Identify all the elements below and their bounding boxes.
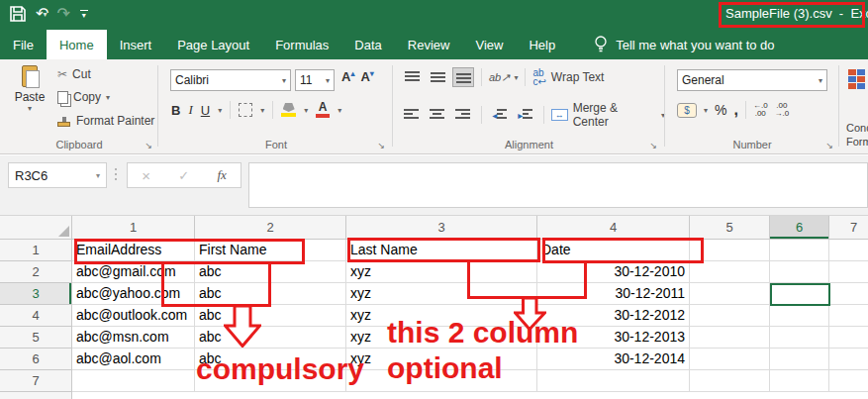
column-header-7[interactable]: 7 — [829, 216, 868, 240]
tab-home[interactable]: Home — [47, 30, 107, 59]
wrap-text-button[interactable]: abc↩ Wrap Text — [532, 68, 604, 86]
cell[interactable]: abc@msn.com — [72, 327, 195, 349]
insert-function-icon[interactable]: fx — [217, 167, 226, 183]
decrease-indent-button[interactable]: ◂ — [489, 105, 511, 125]
cell[interactable] — [690, 283, 770, 305]
cell[interactable]: xyz — [346, 305, 537, 327]
clipboard-dialog-launcher-icon[interactable]: ↘ — [145, 141, 152, 150]
column-header-4[interactable]: 4 — [537, 216, 690, 240]
increase-indent-button[interactable]: ▸ — [515, 105, 536, 125]
cell[interactable] — [770, 305, 829, 327]
row-header-6[interactable]: 6 — [0, 349, 72, 370]
cell[interactable]: 30-12-2014 — [537, 349, 690, 370]
formula-bar-resize-handle[interactable] — [115, 168, 117, 170]
cell[interactable] — [829, 305, 868, 327]
alignment-dialog-launcher-icon[interactable]: ↘ — [649, 141, 657, 150]
cell[interactable]: 30-12-2013 — [537, 327, 690, 349]
cell[interactable]: abc — [195, 349, 346, 370]
undo-dropdown-icon[interactable]: ▾ — [43, 10, 47, 19]
row-header-7[interactable]: 7 — [0, 370, 72, 392]
cell[interactable] — [829, 370, 868, 392]
cell[interactable] — [690, 370, 770, 392]
save-icon[interactable] — [10, 6, 26, 22]
cell[interactable] — [537, 370, 690, 392]
number-format-dropdown-icon[interactable]: ▾ — [819, 76, 822, 85]
percent-style-button[interactable]: % — [715, 102, 726, 118]
conditional-formatting-icon[interactable] — [848, 69, 865, 89]
middle-align-button[interactable] — [427, 67, 448, 87]
paste-button[interactable]: Paste ▾ — [8, 65, 51, 113]
accounting-dropdown-icon[interactable]: ▾ — [704, 106, 708, 115]
font-family-dropdown-icon[interactable]: ▾ — [282, 76, 286, 85]
column-header-1[interactable]: 1 — [72, 216, 195, 240]
paste-dropdown-icon[interactable]: ▾ — [8, 104, 51, 113]
borders-icon[interactable] — [239, 103, 252, 117]
copy-button[interactable]: Copy ▾ — [57, 90, 110, 104]
decrease-font-size-button[interactable]: A▾ — [360, 69, 373, 84]
cut-button[interactable]: ✂ Cut — [57, 67, 91, 81]
cell[interactable] — [770, 327, 829, 349]
customize-qat-icon[interactable]: ▾ — [80, 10, 88, 18]
cell[interactable]: abc@yahoo.com — [72, 283, 195, 305]
tab-view[interactable]: View — [462, 30, 516, 59]
cell[interactable] — [770, 349, 829, 370]
row-header-8-partial[interactable] — [0, 392, 72, 399]
font-size-dropdown-icon[interactable]: ▾ — [326, 76, 330, 85]
cell[interactable] — [690, 305, 770, 327]
cell[interactable]: 30-12-2011 — [537, 283, 690, 305]
cell[interactable] — [770, 240, 829, 261]
tab-file[interactable]: File — [0, 30, 47, 59]
row-header-3[interactable]: 3 — [0, 283, 72, 305]
cell[interactable]: xyz — [346, 349, 537, 370]
decrease-decimal-icon[interactable]: .00→.0 — [775, 102, 790, 118]
cell[interactable]: 30-12-2012 — [537, 305, 690, 327]
font-color-dropdown-icon[interactable]: ▾ — [338, 106, 341, 115]
underline-dropdown-icon[interactable]: ▾ — [218, 106, 222, 115]
merge-center-button[interactable]: ↔ Merge & Center ▾ — [551, 101, 665, 129]
column-header-6[interactable]: 6 — [770, 216, 829, 240]
row-header-5[interactable]: 5 — [0, 327, 72, 349]
number-dialog-launcher-icon[interactable]: ↘ — [825, 141, 833, 150]
row-header-2[interactable]: 2 — [0, 261, 72, 283]
formula-input[interactable] — [248, 162, 868, 208]
cell[interactable] — [690, 261, 770, 283]
cell[interactable] — [195, 370, 346, 392]
orientation-button[interactable]: ab↗ — [489, 71, 510, 84]
copy-dropdown-icon[interactable]: ▾ — [106, 93, 110, 102]
cell[interactable]: xyz — [346, 327, 537, 349]
cell[interactable]: EmailAddress — [72, 240, 195, 261]
italic-button[interactable]: I — [188, 102, 192, 118]
fill-color-icon[interactable] — [281, 103, 296, 117]
cell[interactable] — [690, 349, 770, 370]
tab-page-layout[interactable]: Page Layout — [164, 30, 262, 59]
active-cell-outline[interactable] — [770, 283, 830, 306]
cell[interactable] — [829, 349, 868, 370]
cell[interactable]: Last Name — [346, 240, 537, 261]
cell[interactable]: First Name — [195, 240, 346, 261]
cell[interactable]: abc@aol.com — [72, 349, 195, 370]
cell[interactable]: abc@outlook.com — [72, 305, 195, 327]
cell[interactable] — [829, 240, 868, 261]
bold-button[interactable]: B — [171, 103, 180, 118]
cell[interactable]: abc — [195, 327, 346, 349]
tab-insert[interactable]: Insert — [107, 30, 165, 59]
font-family-select[interactable]: Calibri▾ — [170, 69, 291, 91]
cell[interactable] — [770, 370, 829, 392]
cell[interactable] — [829, 261, 868, 283]
cell[interactable]: xyz — [346, 261, 537, 283]
cell[interactable] — [829, 327, 868, 349]
cell[interactable] — [346, 370, 537, 392]
cell[interactable] — [770, 261, 829, 283]
font-color-icon[interactable]: A — [316, 102, 330, 118]
tell-me-box[interactable]: Tell me what you want to do — [594, 30, 774, 59]
format-painter-button[interactable]: Format Painter — [57, 114, 154, 128]
tab-review[interactable]: Review — [395, 30, 463, 59]
cell[interactable]: abc@gmail.com — [72, 261, 195, 283]
tab-data[interactable]: Data — [341, 30, 394, 59]
increase-font-size-button[interactable]: A▴ — [341, 69, 354, 84]
cell[interactable]: abc — [195, 283, 346, 305]
underline-button[interactable]: U — [201, 103, 210, 118]
column-header-3[interactable]: 3 — [346, 216, 537, 240]
bottom-align-button[interactable] — [452, 67, 474, 87]
select-all-corner[interactable] — [0, 216, 72, 240]
